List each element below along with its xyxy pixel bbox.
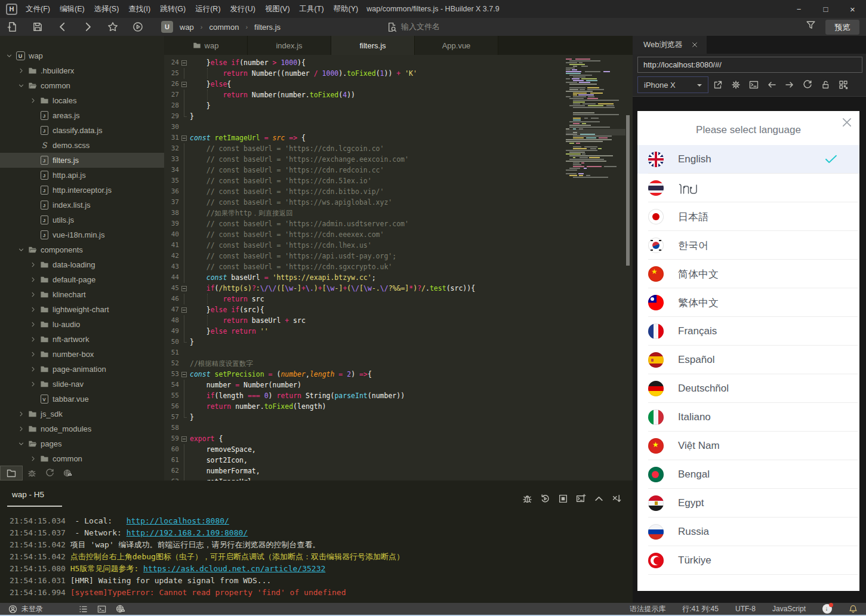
url-bar[interactable]: http://localhost:8080/#/ xyxy=(637,57,862,73)
tab-App.vue[interactable]: App.vue xyxy=(415,36,498,55)
tree-item-locales[interactable]: locales xyxy=(0,93,164,108)
tree-item-nft-artwork[interactable]: nft-artwork xyxy=(0,332,164,347)
menu-item[interactable]: 查找(I) xyxy=(124,0,155,18)
stop-icon[interactable] xyxy=(558,494,568,506)
language-option-tw[interactable]: 繁体中文 xyxy=(637,288,859,317)
tree-item-node_modules[interactable]: node_modules xyxy=(0,421,164,436)
debug-icon[interactable] xyxy=(522,494,532,506)
refresh-icon[interactable] xyxy=(799,80,816,90)
settings-icon[interactable] xyxy=(727,80,745,90)
tree-item-klinechart[interactable]: klinechart xyxy=(0,287,164,302)
tree-item-common[interactable]: common xyxy=(0,78,164,93)
console-tab[interactable]: wap - H5 xyxy=(12,490,44,499)
menu-item[interactable]: 跳转(G) xyxy=(155,0,190,18)
menu-item[interactable]: 文件(F) xyxy=(21,0,55,18)
close-icon[interactable] xyxy=(691,41,698,48)
breadcrumb[interactable]: U wap›common›filters.js xyxy=(161,21,281,33)
language-option-cn[interactable]: 简体中文 xyxy=(637,260,859,288)
files-icon[interactable] xyxy=(0,466,23,481)
chevron-right-icon[interactable] xyxy=(30,262,36,268)
preview-button[interactable]: 预览 xyxy=(825,20,859,35)
fold-box[interactable] xyxy=(181,82,187,87)
language-option-tr[interactable]: Türkiye xyxy=(637,546,859,575)
language-option-bd[interactable]: Bengal xyxy=(637,460,859,489)
minimize-button[interactable]: − xyxy=(785,0,812,18)
back-icon[interactable] xyxy=(50,18,75,36)
language-mode-label[interactable]: JavaScript xyxy=(772,605,806,613)
collapse-icon[interactable] xyxy=(594,494,604,506)
forward-icon[interactable] xyxy=(75,18,100,36)
login-status[interactable]: 未登录 xyxy=(8,604,43,614)
fold-box[interactable] xyxy=(181,60,187,66)
language-option-jp[interactable]: 日本語 xyxy=(637,202,859,231)
menu-item[interactable]: 视图(V) xyxy=(260,0,295,18)
tab-wap[interactable]: wap xyxy=(164,36,248,55)
save-icon[interactable] xyxy=(25,18,50,36)
tree-item-http.api.js[interactable]: Jhttp.api.js xyxy=(0,168,164,183)
chevron-right-icon[interactable] xyxy=(30,277,36,283)
minimap[interactable] xyxy=(566,57,625,182)
chevron-right-icon[interactable] xyxy=(30,322,36,328)
log-link[interactable]: https://ask.dcloud.net.cn/article/35232 xyxy=(143,564,325,573)
language-option-es[interactable]: Español xyxy=(637,346,859,374)
tree-item-http.interceptor.js[interactable]: Jhttp.interceptor.js xyxy=(0,183,164,198)
browser-tab[interactable]: Web浏览器 xyxy=(633,36,707,54)
web-icon[interactable] xyxy=(116,604,125,614)
forward-icon[interactable] xyxy=(781,80,799,90)
web-icon[interactable] xyxy=(58,469,76,478)
tab-index.js[interactable]: index.js xyxy=(248,36,331,55)
language-option-eg[interactable]: Egypt xyxy=(637,489,859,518)
refresh-icon[interactable] xyxy=(41,469,58,478)
tree-item-default-page[interactable]: default-page xyxy=(0,272,164,287)
tree-item-vue-i18n.min.js[interactable]: Jvue-i18n.min.js xyxy=(0,227,164,242)
open-external-icon[interactable] xyxy=(709,80,727,90)
file-search[interactable]: 输入文件名 xyxy=(387,18,440,36)
chevron-right-icon[interactable] xyxy=(18,411,24,417)
tree-item-data-loading[interactable]: data-loading xyxy=(0,257,164,272)
restart-icon[interactable] xyxy=(540,494,550,506)
code-editor[interactable]: 24 }else if(number > 1000){25 return Num… xyxy=(164,55,633,481)
tree-item-page-animation[interactable]: page-animation xyxy=(0,362,164,377)
chevron-right-icon[interactable] xyxy=(30,98,36,104)
console-icon[interactable] xyxy=(745,80,763,90)
chevron-right-icon[interactable] xyxy=(30,456,36,462)
tree-item-utils.js[interactable]: Jutils.js xyxy=(0,212,164,227)
minimap-viewport[interactable] xyxy=(566,129,625,135)
tree-item-classify.data.js[interactable]: Jclassify.data.js xyxy=(0,123,164,138)
encoding-label[interactable]: UTF-8 xyxy=(735,605,756,613)
menu-item[interactable]: 帮助(Y) xyxy=(329,0,363,18)
chevron-right-icon[interactable] xyxy=(30,352,36,358)
tree-item-areas.js[interactable]: Jareas.js xyxy=(0,108,164,123)
fold-box[interactable] xyxy=(181,135,187,141)
syntax-lib-label[interactable]: 语法提示库 xyxy=(630,604,665,614)
chevron-right-icon[interactable] xyxy=(30,381,36,387)
qrcode-icon[interactable] xyxy=(834,80,852,90)
menu-item[interactable]: 编辑(E) xyxy=(55,0,90,18)
chevron-right-icon[interactable] xyxy=(30,337,36,343)
star-icon[interactable] xyxy=(100,18,125,36)
language-option-vn[interactable]: Việt Nam xyxy=(637,432,859,460)
menu-item[interactable]: 选择(S) xyxy=(90,0,124,18)
tree-item-index.list.js[interactable]: Jindex.list.js xyxy=(0,198,164,212)
unlock-icon[interactable] xyxy=(816,80,834,90)
menu-item[interactable]: 发行(U) xyxy=(226,0,260,18)
bell-icon[interactable] xyxy=(849,605,858,614)
tree-item-lu-audio[interactable]: lu-audio xyxy=(0,317,164,332)
tree-item-demo.scss[interactable]: Sdemo.scss xyxy=(0,138,164,153)
fold-box[interactable] xyxy=(181,436,187,442)
chevron-down-icon[interactable] xyxy=(18,441,24,447)
breadcrumb-item[interactable]: wap xyxy=(180,23,194,32)
device-select[interactable]: iPhone X xyxy=(637,76,708,93)
tree-item-wap[interactable]: Uwap xyxy=(0,48,164,63)
log-link[interactable]: http://localhost:8080/ xyxy=(127,516,229,525)
chevron-right-icon[interactable] xyxy=(30,307,36,313)
breadcrumb-item[interactable]: common xyxy=(209,23,239,32)
breadcrumb-item[interactable]: filters.js xyxy=(254,23,281,32)
close-button[interactable]: × xyxy=(839,0,866,18)
language-option-fr[interactable]: Français xyxy=(637,317,859,346)
outline-icon[interactable] xyxy=(79,605,88,614)
language-option-it[interactable]: Italiano xyxy=(637,403,859,432)
tree-item-tabbar.vue[interactable]: Vtabbar.vue xyxy=(0,392,164,406)
clear-icon[interactable] xyxy=(612,494,622,506)
run-icon[interactable] xyxy=(125,18,150,36)
